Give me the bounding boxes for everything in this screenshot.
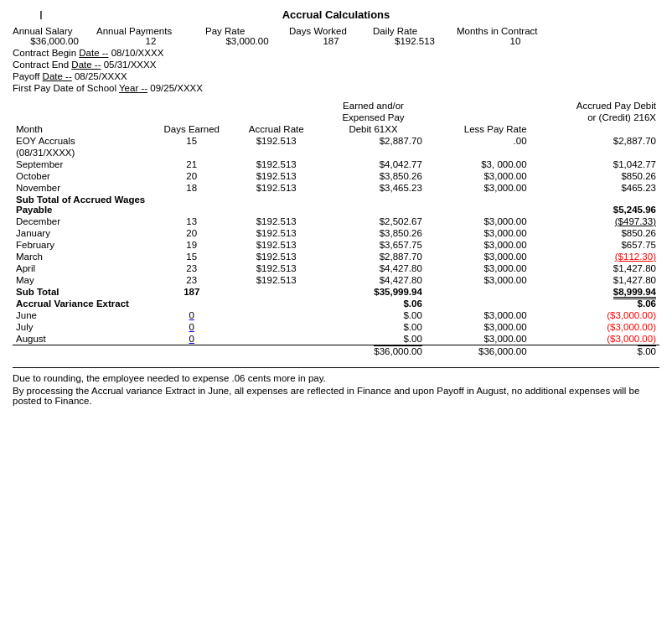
cell-debit: $.00 (321, 309, 426, 321)
cell-accrued-pay: $465.23 (530, 182, 659, 194)
cell-accrued-pay: $1,427.80 (530, 274, 659, 286)
cell-month: EOY Accruals (13, 135, 152, 147)
cell-less-pay: $3,000.00 (426, 182, 530, 194)
cell-accrual-rate: $192.513 (231, 215, 321, 227)
cell-less-pay (426, 147, 530, 158)
cell-less-pay: $3,000.00 (426, 239, 530, 251)
table-section: Earned and/or Accrued Pay Debit Expensed… (13, 100, 659, 357)
contract-begin-line: Contract Begin Date -- 08/10/XXXX (13, 48, 659, 58)
summary-col-4: Days Worked 187 (289, 26, 373, 46)
cell-accrual-rate (231, 345, 321, 358)
cell-days: 23 (152, 274, 231, 286)
cell-days (152, 147, 231, 158)
table-row: March15$192.513$2,887.70$3,000.00($112.3… (13, 251, 659, 262)
cell-accrual-rate (231, 309, 321, 321)
contract-end-date-label: Date -- (71, 60, 101, 70)
th-empty-1 (13, 100, 152, 112)
cell-debit: $.06 (321, 298, 426, 309)
cell-month: August (13, 333, 152, 345)
cell-days: 21 (152, 158, 231, 170)
cell-accrued-pay: $1,042.77 (530, 158, 659, 170)
cursor-indicator: I (39, 8, 43, 22)
cell-accrued-pay: $850.26 (530, 170, 659, 182)
cell-less-pay (426, 286, 530, 298)
cell-month: July (13, 321, 152, 333)
cell-debit: $4,427.80 (321, 274, 426, 286)
table-row: EOY Accruals15$192.513$2,887.70.00$2,887… (13, 135, 659, 147)
payoff-date-label: Date -- (43, 71, 72, 81)
cell-accrued-pay: $.00 (530, 345, 659, 358)
cell-accrual-rate: $192.513 (231, 227, 321, 239)
cell-less-pay: $3,000.00 (426, 215, 530, 227)
th-empty-3 (231, 100, 321, 112)
cell-month: Sub Total (13, 286, 152, 298)
th-less-pay: Less Pay Rate (426, 123, 530, 135)
cell-month: February (13, 239, 152, 251)
th-empty-7 (231, 112, 321, 123)
cell-accrued-pay: ($3,000.00) (530, 309, 659, 321)
first-pay-line: First Pay Date of School Year -- 09/25/X… (13, 83, 659, 93)
cell-days: 15 (152, 251, 231, 262)
table-row: $36,000.00$36,000.00$.00 (13, 345, 659, 358)
cell-accrual-rate (231, 298, 321, 309)
value-daily-rate: $192.513 (373, 36, 457, 46)
cell-less-pay: $3,000.00 (426, 321, 530, 333)
cell-accrued-pay: ($497.33) (530, 215, 659, 227)
th-days-earned: Days Earned (152, 123, 231, 135)
th-accrued-line2: or (Credit) 216X (530, 112, 659, 123)
cell-debit: $35,999.94 (321, 286, 426, 298)
cell-accrued-pay: $.06 (530, 298, 659, 309)
cell-less-pay: $3,000.00 (426, 251, 530, 262)
cell-less-pay: $3, 000.00 (426, 158, 530, 170)
th-accrued-line1: Accrued Pay Debit (530, 100, 659, 112)
th-earned-line2: Expensed Pay (321, 112, 426, 123)
cell-days: 19 (152, 239, 231, 251)
table-row: December13$192.513$2,502.67$3,000.00($49… (13, 215, 659, 227)
table-row: April23$192.513$4,427.80$3,000.00$1,427.… (13, 262, 659, 274)
value-pay-rate: $3,000.00 (205, 36, 289, 46)
cell-less-pay: $3,000.00 (426, 274, 530, 286)
cell-accrual-rate (231, 333, 321, 345)
value-days-worked: 187 (289, 36, 373, 46)
cell-accrued-pay: $5,245.96 (530, 194, 659, 215)
cell-less-pay: $36,000.00 (426, 345, 530, 358)
contract-begin-date: 08/10/XXXX (111, 48, 164, 58)
summary-col-5: Daily Rate $192.513 (373, 26, 457, 46)
value-annual-salary: $36,000.00 (13, 36, 96, 46)
cell-less-pay: $3,000.00 (426, 333, 530, 345)
cell-accrual-rate: $192.513 (231, 239, 321, 251)
cell-days (152, 345, 231, 358)
cell-accrued-pay: $2,887.70 (530, 135, 659, 147)
cell-accrued-pay: ($3,000.00) (530, 333, 659, 345)
cell-month: (08/31/XXXX) (13, 147, 152, 158)
first-pay-label: First Pay Date of School (13, 83, 116, 93)
cell-accrual-rate (231, 286, 321, 298)
label-months-contract: Months in Contract (457, 26, 574, 36)
accrual-table: Earned and/or Accrued Pay Debit Expensed… (13, 100, 659, 357)
summary-col-6: Months in Contract 10 (457, 26, 574, 46)
cell-month: April (13, 262, 152, 274)
footnote-2: By processing the Accrual variance Extra… (13, 386, 659, 406)
contract-end-date: 05/31/XXXX (104, 60, 157, 70)
cell-accrued-pay: $850.26 (530, 227, 659, 239)
th-debit: Debit 61XX (321, 123, 426, 135)
cell-debit: $36,000.00 (321, 345, 426, 358)
cell-accrued-pay: ($112.30) (530, 251, 659, 262)
table-row: Sub Total187$35,999.94$8,999.94 (13, 286, 659, 298)
th-month: Month (13, 123, 152, 135)
cell-less-pay (426, 298, 530, 309)
cell-debit (321, 147, 426, 158)
cell-month: May (13, 274, 152, 286)
cell-debit: $3,850.26 (321, 170, 426, 182)
contract-end-line: Contract End Date -- 05/31/XXXX (13, 60, 659, 70)
th-earned-line1: Earned and/or (321, 100, 426, 112)
th-empty-5 (13, 112, 152, 123)
cell-month: December (13, 215, 152, 227)
th-empty-6 (152, 112, 231, 123)
cell-days: 23 (152, 262, 231, 274)
cell-less-pay (426, 194, 530, 215)
label-daily-rate: Daily Rate (373, 26, 457, 36)
contract-begin-label: Contract Begin (13, 48, 76, 58)
cell-accrual-rate: $192.513 (231, 251, 321, 262)
table-row: August0$.00$3,000.00($3,000.00) (13, 333, 659, 345)
